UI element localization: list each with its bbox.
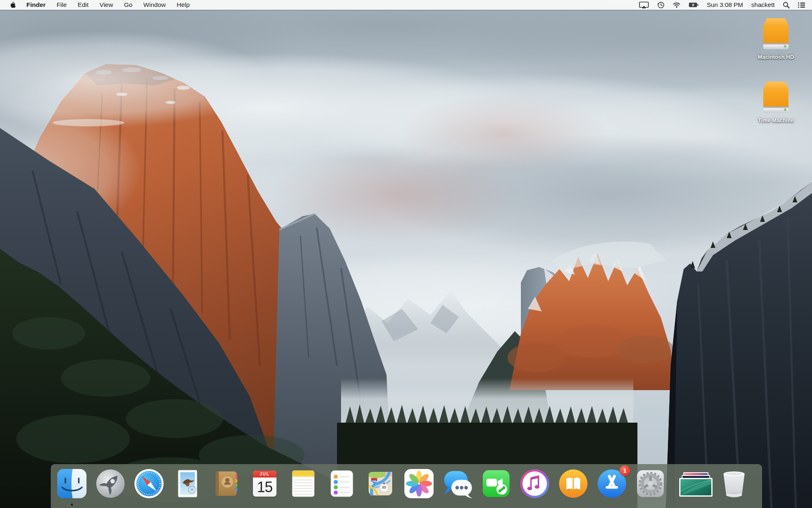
volume-label: Time Machine xyxy=(752,117,800,124)
maps-shield-label: 280 xyxy=(371,480,377,483)
dock-item-maps[interactable]: 280 3D xyxy=(365,468,396,499)
wifi-menu-icon[interactable] xyxy=(673,0,680,10)
notification-center-icon[interactable] xyxy=(798,0,806,10)
itunes-icon xyxy=(519,468,550,499)
dock-item-reminders[interactable] xyxy=(326,468,357,499)
apple-menu[interactable] xyxy=(10,0,16,10)
dock-item-contacts[interactable] xyxy=(211,468,242,499)
active-app-menu[interactable]: Finder xyxy=(26,1,45,9)
menu-clock[interactable]: Sun 3:08 PM xyxy=(707,1,743,9)
dock-item-launchpad[interactable] xyxy=(95,468,126,499)
dock-item-facetime[interactable] xyxy=(481,468,512,499)
user-menu[interactable]: shackett xyxy=(751,1,775,9)
calendar-icon: JUL 15 xyxy=(253,471,276,497)
dock-item-photos[interactable] xyxy=(404,468,434,499)
menu-bar-status: Sun 3:08 PM shackett xyxy=(639,0,812,10)
menu-bar-left: Finder File Edit View Go Window Help xyxy=(0,0,201,10)
spotlight-search-icon[interactable] xyxy=(783,0,790,10)
hard-drive-icon xyxy=(760,17,792,53)
dock-item-mail[interactable] xyxy=(172,468,203,499)
battery-charging-menu-icon[interactable] xyxy=(689,0,699,10)
facetime-icon xyxy=(481,468,512,499)
volume-label: Macintosh HD xyxy=(752,54,800,60)
calendar-month: JUL xyxy=(253,471,276,478)
dock: JUL 15 xyxy=(51,464,762,508)
system-preferences-icon xyxy=(635,468,666,499)
time-machine-menu-icon[interactable] xyxy=(657,0,665,10)
dock-item-system-preferences[interactable] xyxy=(635,468,666,499)
menu-view[interactable]: View xyxy=(99,1,113,9)
menu-edit[interactable]: Edit xyxy=(78,1,89,9)
photos-icon xyxy=(404,468,434,499)
safari-icon xyxy=(134,468,164,499)
trash-icon xyxy=(721,470,747,499)
app-store-badge: 1 xyxy=(620,465,630,476)
desktop-volume-time-machine[interactable]: Time Machine xyxy=(752,80,800,124)
menu-file[interactable]: File xyxy=(56,1,67,9)
finder-icon xyxy=(56,468,87,499)
launchpad-icon xyxy=(95,468,126,499)
menu-bar: Finder File Edit View Go Window Help Sun… xyxy=(0,0,812,10)
desktop-pictures-stack-icon xyxy=(679,472,713,497)
dock-item-calendar[interactable]: JUL 15 xyxy=(249,468,280,499)
dock-item-finder[interactable] xyxy=(56,468,87,499)
maps-icon xyxy=(365,468,396,499)
dock-item-trash[interactable] xyxy=(721,469,747,500)
calendar-day: 15 xyxy=(253,478,276,497)
dock-item-notes[interactable] xyxy=(288,468,319,499)
notes-icon xyxy=(288,468,319,499)
menu-help[interactable]: Help xyxy=(177,1,190,9)
reminders-icon xyxy=(326,468,357,499)
dock-item-desktop-pictures-stack[interactable] xyxy=(679,469,713,500)
dock-item-ibooks[interactable] xyxy=(558,468,589,499)
contacts-icon xyxy=(211,468,242,499)
desktop-volume-macintosh-hd[interactable]: Macintosh HD xyxy=(752,17,800,60)
wallpaper-el-capitan xyxy=(0,0,812,508)
dock-item-app-store[interactable]: 1 xyxy=(596,468,627,499)
menu-window[interactable]: Window xyxy=(143,1,166,9)
dock-item-itunes[interactable] xyxy=(519,468,550,499)
dock-divider xyxy=(674,469,674,503)
mail-icon xyxy=(172,468,203,499)
messages-icon xyxy=(442,468,473,499)
dock-item-messages[interactable] xyxy=(442,468,473,499)
airplay-display-menu-icon[interactable] xyxy=(639,0,649,10)
ibooks-icon xyxy=(558,468,589,499)
menu-go[interactable]: Go xyxy=(124,1,132,9)
dock-item-safari[interactable] xyxy=(134,468,164,499)
apple-logo-icon xyxy=(10,1,16,9)
macos-desktop: { "menu_bar": { "app_name": "Finder", "m… xyxy=(0,0,812,508)
maps-3d-label: 3D xyxy=(381,485,387,489)
hard-drive-icon xyxy=(760,80,792,116)
